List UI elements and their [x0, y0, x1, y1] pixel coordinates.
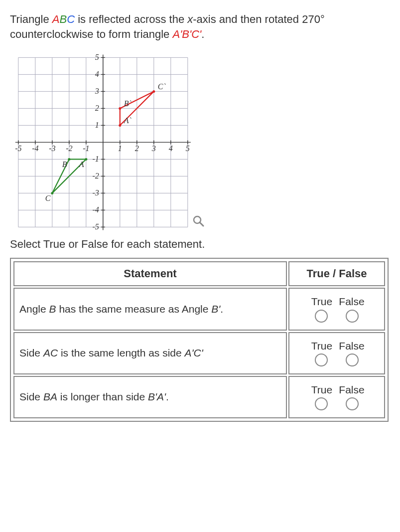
svg-text:C`: C`: [158, 83, 166, 91]
radio-true[interactable]: [315, 310, 328, 323]
instruction-text: Select True or False for each statement.: [10, 238, 390, 251]
svg-point-67: [68, 158, 70, 161]
radio-true[interactable]: [315, 397, 328, 410]
statements-table: Statement True / False Angle B has the s…: [10, 258, 389, 422]
svg-text:-2: -2: [92, 172, 99, 180]
svg-text:-3: -3: [92, 189, 99, 197]
label-C: C: [67, 13, 75, 25]
magnify-icon[interactable]: [192, 215, 204, 227]
svg-point-76: [152, 90, 155, 93]
svg-text:5: 5: [186, 145, 190, 153]
header-statement: Statement: [13, 261, 287, 286]
svg-text:5: 5: [95, 53, 99, 62]
radio-true[interactable]: [315, 354, 328, 366]
header-tf: True / False: [288, 261, 385, 286]
tf-labels: TrueFalse: [294, 340, 379, 352]
svg-text:-3: -3: [49, 145, 55, 153]
radio-false[interactable]: [346, 310, 359, 323]
svg-text:-1: -1: [92, 155, 99, 164]
svg-text:C: C: [45, 194, 51, 203]
label-B: B: [59, 13, 67, 25]
label-ABCprime: A'B'C': [172, 28, 201, 40]
svg-text:1: 1: [95, 121, 99, 130]
svg-text:4: 4: [95, 70, 99, 79]
prompt-text: is reflected across the: [75, 13, 187, 25]
radio-false[interactable]: [346, 397, 359, 410]
statement-cell: Side AC is the same length as side A'C': [13, 332, 287, 374]
svg-text:-4: -4: [92, 206, 99, 214]
svg-point-74: [119, 107, 121, 110]
svg-text:3: 3: [151, 145, 156, 153]
table-row: Side AC is the same length as side A'C' …: [13, 332, 385, 374]
radio-false[interactable]: [346, 354, 359, 366]
svg-text:B`: B`: [124, 100, 132, 108]
coordinate-grid-chart: -5-4-3-2-112345-5-4-3-2-112345ABCA`B`C`: [0, 46, 219, 231]
svg-text:1: 1: [118, 145, 122, 153]
svg-point-72: [119, 124, 121, 127]
svg-text:A`: A`: [124, 117, 132, 125]
statement-cell: Side BA is longer than side B'A'.: [13, 376, 287, 418]
svg-text:-5: -5: [92, 223, 99, 231]
svg-text:B: B: [62, 161, 67, 169]
statement-cell: Angle B has the same measure as Angle B'…: [13, 288, 287, 330]
tf-labels: TrueFalse: [294, 296, 379, 308]
svg-text:2: 2: [95, 104, 99, 113]
svg-text:2: 2: [135, 145, 139, 153]
svg-text:-1: -1: [83, 145, 89, 153]
svg-text:-5: -5: [15, 145, 21, 153]
table-row: Angle B has the same measure as Angle B'…: [13, 288, 385, 330]
svg-text:3: 3: [95, 87, 99, 96]
prompt-text: .: [201, 28, 204, 40]
svg-line-79: [200, 222, 203, 226]
table-row: Side BA is longer than side B'A'. TrueFa…: [13, 376, 385, 418]
x-axis-label: x: [187, 13, 193, 25]
svg-point-69: [51, 192, 53, 194]
prompt-text: Triangle: [10, 13, 52, 25]
svg-text:-4: -4: [32, 145, 38, 153]
svg-text:4: 4: [169, 145, 173, 153]
svg-text:A: A: [79, 161, 84, 169]
label-A: A: [52, 13, 60, 25]
svg-text:-2: -2: [66, 145, 72, 153]
question-prompt: Triangle ABC is reflected across the x-a…: [10, 12, 390, 41]
svg-point-65: [85, 158, 87, 161]
tf-labels: TrueFalse: [294, 384, 379, 396]
